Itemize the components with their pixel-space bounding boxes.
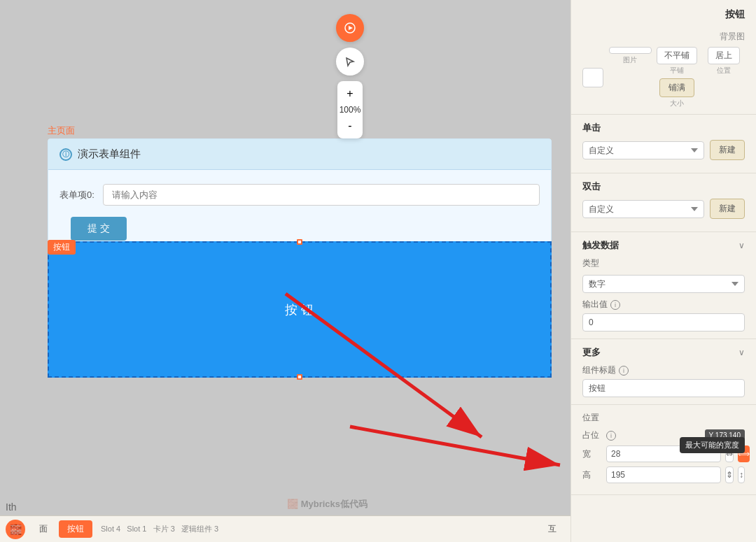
zoom-out-button[interactable]: - [337,116,363,136]
double-click-title: 双击 [582,180,601,193]
form-header: ⓘ 演示表单组件 [48,139,551,170]
height-input[interactable] [606,466,721,483]
occupy-label: 占位 [582,429,602,441]
bg-top-group: 居上 位置 [702,47,745,76]
single-click-select[interactable]: 自定义 [582,141,704,159]
ith-label: Ith [6,501,17,513]
single-click-row: 自定义 新建 [582,140,745,160]
pos-header: 位置 [582,412,745,424]
page-label: 主页面 [48,124,75,137]
comp-title-info-icon: i [619,366,629,376]
height-separator-btn[interactable]: ⇕ [725,466,734,483]
output-section: 输出值 i [582,299,745,331]
single-click-new-btn[interactable]: 新建 [710,140,745,160]
button-tag: 按钮 [48,240,76,255]
pos-section-label: 位置 [582,412,599,424]
trigger-type-label: 类型 [582,257,599,269]
bg-image-group: 图片 [609,47,652,76]
double-click-row: 自定义 新建 [582,199,745,219]
single-click-title: 单击 [582,122,601,134]
form-title: 演示表单组件 [78,148,141,161]
height-lock-btn[interactable]: ↕ [738,466,745,483]
bottom-bar: 🧱 面 按钮 Slot 4 Slot 1 卡片 3 逻辑组件 3 互 [0,515,570,542]
canvas-toolbar: + 100% - [336,14,364,138]
right-panel: 按钮 背景图 图片 不平铺 平铺 居上 位置 [570,0,756,542]
play-button[interactable] [336,14,364,42]
submit-row: 提 交 [59,217,540,241]
field-input[interactable] [103,184,540,206]
trigger-title: 触发数据 [582,239,619,252]
bg-image-input[interactable] [609,47,652,54]
bottom-items: Slot 4 Slot 1 卡片 3 逻辑组件 3 [101,524,218,534]
more-section: 更多 ∨ 组件标题 i [571,339,756,405]
more-header: 更多 ∨ [582,346,745,359]
more-arrow: ∨ [738,348,745,357]
watermark: 🧱Mybricks低代码 [287,498,368,511]
blue-button-component[interactable]: 按 钮 [48,241,552,378]
handle-top[interactable] [297,239,302,245]
bg-size-label: 大小 [659,99,694,108]
trigger-type-select[interactable]: 数字 [582,275,745,293]
logo-icon: 🧱 [6,520,25,539]
bg-section: 背景图 图片 不平铺 平铺 居上 位置 [571,25,756,115]
height-label: 高 [582,469,602,481]
submit-button[interactable]: 提 交 [71,217,127,241]
occupy-info-icon: i [606,431,616,441]
bg-image-label: 图片 [609,55,652,65]
trigger-type-row: 类型 [582,257,745,269]
double-click-header: 双击 [582,180,745,193]
comp-title-row: 组件标题 i [582,364,745,376]
bg-options: 图片 不平铺 平铺 居上 位置 铺满 大小 [609,47,745,108]
bg-fill-group: 铺满 大小 [609,78,745,108]
trigger-arrow: ∨ [738,241,745,250]
zoom-controls: + 100% - [337,81,363,138]
canvas-area: + 100% - 主页面 ⓘ 演示表单组件 表单项0: 提 交 按钮 [0,0,560,542]
panel-title: 按钮 [571,0,756,25]
navigation-button[interactable] [336,48,364,76]
output-value-input[interactable] [582,313,745,331]
single-click-section: 单击 自定义 新建 [571,115,756,173]
field-label: 表单项0: [59,189,94,201]
bg-fill-btn[interactable]: 铺满 [659,78,694,97]
comp-title-label: 组件标题 [582,364,616,376]
svg-marker-1 [349,26,353,30]
zoom-in-button[interactable]: + [337,84,363,104]
double-click-new-btn[interactable]: 新建 [710,199,745,219]
output-label: 输出值 i [582,299,745,311]
trigger-section: 触发数据 ∨ 类型 数字 输出值 i [571,232,756,339]
bg-top-btn[interactable]: 居上 [708,47,740,64]
width-label: 宽 [582,448,602,460]
output-info-icon: i [610,300,620,310]
bg-position-label: 位置 [702,66,745,76]
trigger-header: 触发数据 ∨ [582,239,745,252]
height-row: 高 ⇕ ↕ [582,466,745,483]
zoom-level: 100% [340,104,361,116]
double-click-section: 双击 自定义 新建 [571,173,756,232]
bg-color-picker[interactable] [582,68,603,87]
bg-tile-group: 不平铺 平铺 [656,47,699,76]
bg-flat-label: 平铺 [656,66,699,76]
single-click-header: 单击 [582,122,745,134]
more-title: 更多 [582,346,601,359]
bg-tile-btn[interactable]: 不平铺 [657,47,697,64]
max-width-tooltip-box: 最大可能的宽度 [680,437,745,453]
double-click-select[interactable]: 自定义 [582,200,704,218]
bottom-tab-interact[interactable]: 互 [540,520,565,538]
bg-section-label: 背景图 [582,31,745,43]
blue-button-text: 按 钮 [285,301,314,318]
handle-bottom[interactable] [297,374,302,380]
form-info-icon: ⓘ [59,148,72,161]
bg-controls: 图片 不平铺 平铺 居上 位置 铺满 大小 [582,47,745,108]
comp-title-input[interactable] [582,379,745,397]
bottom-tab-main[interactable]: 面 [31,520,56,538]
bottom-tab-button[interactable]: 按钮 [59,520,92,538]
page-frame: ⓘ 演示表单组件 表单项0: 提 交 [48,138,552,255]
form-row: 表单项0: [59,184,540,206]
